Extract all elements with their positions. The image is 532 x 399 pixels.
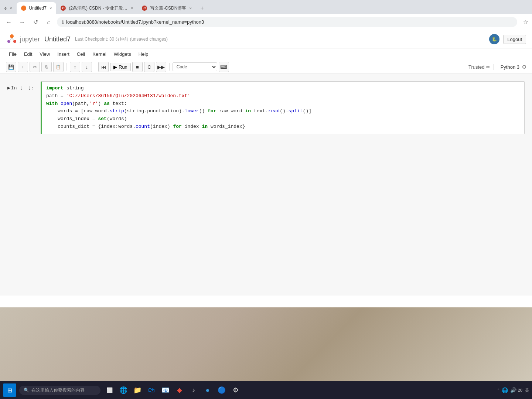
url-text: localhost:8888/notebooks/Untitled7.ipynb…: [66, 19, 512, 25]
save-button[interactable]: 💾: [6, 62, 16, 72]
trusted-badge: Trusted ✏: [468, 64, 490, 70]
cell-type-select[interactable]: Code Markdown Raw NBConvert: [173, 62, 217, 71]
taskbar: ⊞ 🔍 在这里输入你要搜索的内容 ⬜ 🌐 📁 🛍 📧 ◆ ♪ ● 🔵: [0, 381, 532, 399]
start-button[interactable]: ⊞: [3, 383, 16, 397]
checkpoint-info: Last Checkpoint: 30 分钟前 (unsaved changes…: [75, 36, 168, 42]
run-button[interactable]: ▶ Run: [110, 63, 131, 71]
chrome-button[interactable]: 🔵: [216, 384, 228, 396]
music-button[interactable]: ♪: [188, 384, 200, 396]
cell-run-icon: ▶: [7, 85, 10, 91]
paste-button[interactable]: 📋: [53, 62, 64, 72]
menu-file[interactable]: File: [6, 50, 20, 58]
jupyter-name-label: jupyter: [20, 35, 40, 43]
menu-widgets[interactable]: Widgets: [111, 50, 134, 58]
menu-cell[interactable]: Cell: [74, 50, 88, 58]
cell-prompt-text: In [ ]:: [11, 85, 34, 91]
chrome-icon: 🔵: [218, 386, 226, 394]
music-icon: ♪: [192, 386, 195, 394]
taskbar-search-text: 在这里输入你要搜索的内容: [31, 387, 85, 393]
toolbar: 💾 + ✂ ⎘ 📋 ↑ ↓ ⏮ ▶ Run ■ C ▶▶ Code Markdo…: [0, 60, 532, 74]
csdn-news-tab-icon: C: [61, 6, 66, 11]
menu-kernel[interactable]: Kernel: [89, 50, 109, 58]
skip-to-start-button[interactable]: ⏮: [98, 62, 109, 72]
cell-prompt: ▶ In [ ]:: [7, 81, 41, 134]
add-cell-button[interactable]: +: [18, 62, 28, 72]
tab-csdn-write[interactable]: C 写文章-CSDN博客 ×: [137, 2, 196, 14]
tab-partial[interactable]: e ×: [0, 2, 17, 14]
store-button[interactable]: 🛍: [146, 384, 157, 396]
stop-button[interactable]: ■: [132, 62, 143, 72]
move-up-button[interactable]: ↑: [70, 62, 80, 72]
jupyter-tab-icon: [21, 6, 26, 11]
network-icon: 🌐: [502, 387, 508, 393]
python-logo-icon: 🐍: [489, 34, 499, 44]
settings-button[interactable]: ⚙: [230, 384, 242, 396]
expand-tray-icon[interactable]: ^: [498, 388, 499, 392]
move-down-button[interactable]: ↓: [82, 62, 92, 72]
notebook-title[interactable]: Untitled7: [44, 35, 71, 43]
clock-display: 20:: [518, 388, 524, 392]
store-icon: 🛍: [148, 386, 155, 394]
keyboard-shortcuts-button[interactable]: ⌨: [219, 62, 229, 72]
taskbar-search-box[interactable]: 🔍 在这里输入你要搜索的内容: [19, 386, 100, 395]
cut-button[interactable]: ✂: [30, 62, 40, 72]
code-line-3: with open(path,'r') as text:: [46, 100, 520, 108]
menu-help[interactable]: Help: [136, 50, 151, 58]
notebook-area: ▶ In [ ]: import string path = 'C://User…: [0, 74, 532, 296]
lock-icon: ℹ: [62, 20, 64, 25]
separator-2: [95, 63, 95, 71]
separator-3: [169, 63, 170, 71]
menu-insert[interactable]: Insert: [54, 50, 72, 58]
background-desk-area: [0, 307, 532, 381]
edge-button[interactable]: 🌐: [117, 384, 129, 396]
code-line-2: path = 'C://Users/86156/Qiu/2020640131/W…: [46, 92, 520, 100]
menu-bar: File Edit View Insert Cell Kernel Widget…: [0, 48, 532, 60]
taskbar-right: ^ 🌐 🔊 20: 英: [498, 387, 529, 393]
browser-chrome: e × Untitled7 × C (2条消息) CSDN - 专业开发者社 ×…: [0, 0, 532, 30]
taskbar-search-icon: 🔍: [24, 388, 29, 393]
diamond-icon: ◆: [177, 386, 182, 394]
blue-circle-button[interactable]: ●: [202, 384, 214, 396]
tab-untitled7[interactable]: Untitled7 ×: [17, 2, 57, 14]
logout-button[interactable]: Logout: [503, 35, 526, 44]
home-button[interactable]: ⌂: [44, 17, 54, 27]
refresh-button[interactable]: ↺: [30, 17, 41, 27]
forward-button[interactable]: →: [17, 17, 27, 27]
cell-content[interactable]: import string path = 'C://Users/86156/Qi…: [41, 81, 525, 134]
separator-1: [66, 63, 67, 71]
menu-edit[interactable]: Edit: [21, 50, 35, 58]
tab-untitled7-label: Untitled7: [29, 6, 47, 11]
taskbar-icons: ⬜ 🌐 📁 🛍 📧 ◆ ♪ ● 🔵 ⚙: [103, 384, 242, 396]
tab-partial-close[interactable]: ×: [10, 6, 12, 10]
run-label: Run: [119, 64, 127, 70]
jupyter-header-right: 🐍 Logout: [489, 34, 526, 44]
url-bar[interactable]: ℹ localhost:8888/notebooks/Untitled7.ipy…: [57, 17, 517, 27]
tab-csdn-news[interactable]: C (2条消息) CSDN - 专业开发者社 ×: [56, 2, 137, 14]
menu-view[interactable]: View: [37, 50, 53, 58]
file-explorer-button[interactable]: 📁: [132, 384, 143, 396]
tab-partial-label: e: [4, 6, 7, 10]
task-view-button[interactable]: ⬜: [103, 384, 115, 396]
code-line-5: words_index = set(words): [46, 115, 520, 123]
restart-button[interactable]: C: [144, 62, 154, 72]
diamond-button[interactable]: ◆: [174, 384, 185, 396]
tab-csdn-news-label: (2条消息) CSDN - 专业开发者社: [69, 5, 128, 11]
mail-button[interactable]: 📧: [160, 384, 171, 396]
trusted-edit-icon[interactable]: ✏: [486, 64, 490, 70]
code-cell-1: ▶ In [ ]: import string path = 'C://User…: [7, 81, 525, 134]
back-button[interactable]: ←: [4, 17, 14, 27]
code-line-4: words = [raw_word.strip(string.punctuati…: [46, 108, 520, 115]
tab-untitled7-close[interactable]: ×: [50, 6, 52, 10]
settings-icon: ⚙: [233, 386, 239, 394]
ime-indicator: 英: [525, 388, 529, 393]
tab-csdn-write-close[interactable]: ×: [189, 6, 191, 10]
jupyter-container: jupyter Untitled7 Last Checkpoint: 30 分钟…: [0, 30, 532, 333]
kernel-status-circle: [522, 65, 526, 69]
restart-all-button[interactable]: ▶▶: [156, 62, 166, 72]
svg-line-3: [10, 38, 12, 41]
kernel-info-label: Python 3: [501, 64, 519, 70]
copy-button[interactable]: ⎘: [41, 62, 52, 72]
tab-csdn-news-close[interactable]: ×: [131, 6, 133, 10]
new-tab-button[interactable]: +: [196, 2, 208, 14]
bookmark-button[interactable]: ☆: [523, 18, 528, 25]
